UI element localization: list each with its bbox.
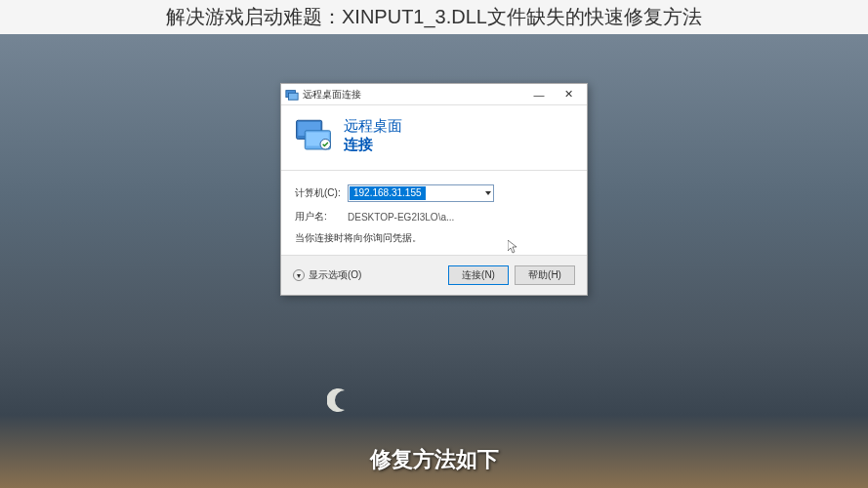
close-button[interactable]: ✕ xyxy=(554,86,583,103)
footer-buttons: 连接(N) 帮助(H) xyxy=(448,265,575,285)
dialog-titlebar: 远程桌面连接 — ✕ xyxy=(281,84,587,105)
username-value: DESKTOP-EG2I3LO\a... xyxy=(348,212,454,223)
show-options-label: 显示选项(O) xyxy=(309,268,361,282)
computer-label: 计算机(C): xyxy=(295,186,348,200)
username-row: 用户名: DESKTOP-EG2I3LO\a... xyxy=(295,210,573,224)
header-text-group: 远程桌面 连接 xyxy=(344,117,402,154)
window-controls: — ✕ xyxy=(524,86,583,103)
svg-rect-1 xyxy=(289,93,299,100)
rdp-dialog: 远程桌面连接 — ✕ 远程桌面 连接 计算机(C): 192.168.31.15… xyxy=(280,83,588,296)
computer-row: 计算机(C): 192.168.31.155 xyxy=(295,184,573,202)
rdp-small-icon xyxy=(285,88,299,102)
show-options-button[interactable]: ▾ 显示选项(O) xyxy=(293,268,361,282)
dialog-footer: ▾ 显示选项(O) 连接(N) 帮助(H) xyxy=(281,255,587,295)
credential-hint: 当你连接时将向你询问凭据。 xyxy=(295,231,573,245)
help-button[interactable]: 帮助(H) xyxy=(515,265,575,285)
header-title: 远程桌面 xyxy=(344,117,402,136)
computer-combo[interactable]: 192.168.31.155 xyxy=(348,184,494,202)
rdp-large-icon xyxy=(293,115,334,156)
moon-icon xyxy=(327,386,354,414)
video-caption: 修复方法如下 xyxy=(370,445,499,474)
expand-down-icon: ▾ xyxy=(293,269,305,281)
dialog-header: 远程桌面 连接 xyxy=(281,105,587,171)
form-section: 计算机(C): 192.168.31.155 用户名: DESKTOP-EG2I… xyxy=(281,171,587,255)
computer-value: 192.168.31.155 xyxy=(350,186,426,200)
header-subtitle: 连接 xyxy=(344,136,402,154)
username-label: 用户名: xyxy=(295,210,348,224)
dialog-title-text: 远程桌面连接 xyxy=(303,88,524,102)
minimize-button[interactable]: — xyxy=(524,86,554,103)
page-top-title: 解决游戏启动难题：XINPUT1_3.DLL文件缺失的快速修复方法 xyxy=(0,0,868,34)
chevron-down-icon xyxy=(485,191,491,195)
connect-button[interactable]: 连接(N) xyxy=(448,265,509,285)
